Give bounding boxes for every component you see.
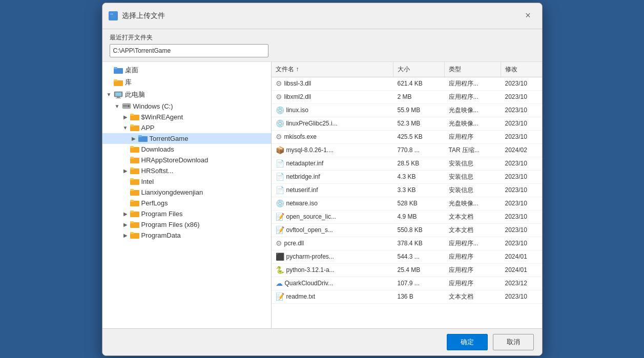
sort-asc-icon: ↑: [296, 66, 299, 73]
file-row[interactable]: 📝 open_source_lic... 4.9 MB 文本文档 2023/10: [272, 210, 542, 224]
folder-icon-hrappstore: [130, 156, 139, 163]
confirm-button[interactable]: 确定: [447, 334, 488, 350]
file-row[interactable]: 📄 netadapter.inf 28.5 KB 安装信息 2023/10: [272, 157, 542, 171]
file-type-icon: ☁: [276, 279, 283, 287]
tree-item-downloads[interactable]: Downloads: [102, 144, 271, 155]
svg-rect-20: [130, 146, 134, 148]
expand-icon-winreagent: ▶: [122, 113, 129, 120]
folder-icon-programfilesx86: [130, 221, 139, 228]
tree-item-app[interactable]: ▼ APP: [102, 122, 271, 133]
file-cell-name: 📝 ovftool_open_s...: [272, 224, 393, 237]
file-cell-size: 378.4 KB: [393, 237, 445, 250]
tree-label-perflogs: PerfLogs: [141, 199, 168, 207]
expand-icon: [106, 67, 113, 74]
file-row[interactable]: ⚙ libssl-3.dll 621.4 KB 应用程序... 2023/10: [272, 77, 542, 91]
tree-item-perflogs[interactable]: PerfLogs: [102, 198, 271, 208]
tree-item-thispc[interactable]: ▼ 此电脑: [102, 89, 271, 101]
file-cell-type: 应用程序: [445, 250, 501, 263]
tree-label-programfilesx86: Program Files (x86): [141, 221, 200, 228]
tree-item-torrentgame[interactable]: ▶ TorrentGame: [102, 133, 271, 144]
tree-label-hrappstore: HRAppStoreDownload: [141, 156, 209, 164]
file-cell-name: 💿 linuxPreGlibc25.i...: [272, 117, 393, 130]
expand-icon-hrsoftst: ▶: [122, 167, 129, 174]
file-row[interactable]: 💿 linuxPreGlibc25.i... 52.3 MB 光盘映像... 2…: [272, 117, 542, 131]
tree-item-desktop[interactable]: 桌面: [102, 64, 271, 76]
file-cell-name: 📄 netbridge.inf: [272, 171, 393, 183]
svg-rect-34: [130, 221, 134, 223]
file-cell-modified: 2023/10: [501, 117, 542, 130]
file-type-icon: 📄: [276, 159, 284, 167]
file-row[interactable]: 🐍 python-3.12.1-a... 25.4 MB 应用程序 2024/0…: [272, 264, 542, 277]
header-name-label: 文件名: [276, 65, 294, 74]
recent-folder-bar: 最近打开文件夹: [102, 29, 542, 62]
file-cell-modified: 2024/01: [501, 264, 542, 277]
tree-item-lianxi[interactable]: Lianxiyongdewenjian: [102, 187, 271, 198]
close-button[interactable]: ×: [521, 8, 536, 24]
recent-path-input[interactable]: [110, 44, 268, 57]
file-cell-modified: 2023/10: [501, 157, 542, 170]
file-cell-modified: 2023/10: [501, 91, 542, 103]
tree-label-app: APP: [141, 124, 155, 132]
file-name: ovftool_open_s...: [286, 226, 333, 234]
file-row[interactable]: 📝 ovftool_open_s... 550.8 KB 文本文档 2023/1…: [272, 224, 542, 237]
file-name: mysql-8.0.26-1....: [286, 146, 334, 154]
tree-item-programdata[interactable]: ▶ ProgramData: [102, 230, 271, 241]
tree-item-windows-c[interactable]: ▼ Windows (C:): [102, 101, 271, 112]
folder-icon-app: [130, 124, 139, 131]
file-row[interactable]: ☁ QuarkCloudDriv... 107.9 ... 应用程序 2023/…: [272, 277, 542, 290]
file-row[interactable]: 📝 readme.txt 136 B 文本文档 2023/10: [272, 290, 542, 304]
tree-item-hrsoftst[interactable]: ▶ HRSoftst...: [102, 165, 271, 176]
header-type[interactable]: 类型: [445, 62, 501, 77]
file-cell-type: 光盘映像...: [445, 117, 501, 130]
file-type-icon: 📝: [276, 213, 284, 221]
expand-icon-programfilesx86: ▶: [122, 221, 129, 228]
tree-item-intel[interactable]: Intel: [102, 176, 271, 187]
file-type-icon: ⬛: [276, 252, 284, 261]
file-row[interactable]: 📦 mysql-8.0.26-1.... 770.8 ... TAR 压缩...…: [272, 144, 542, 157]
folder-icon-lib: [114, 79, 123, 86]
file-type-icon: 💿: [276, 199, 284, 207]
file-cell-name: ⬛ pycharm-profes...: [272, 250, 393, 263]
file-cell-size: 55.9 MB: [393, 104, 445, 117]
cancel-button[interactable]: 取消: [493, 334, 534, 350]
file-row[interactable]: 📄 netuserif.inf 3.3 KB 安装信息 2023/10: [272, 184, 542, 197]
folder-icon-perflogs: [130, 199, 139, 206]
tree-label-windows-c: Windows (C:): [133, 102, 173, 110]
file-name: python-3.12.1-a...: [286, 266, 335, 273]
tree-item-hrappstore[interactable]: HRAppStoreDownload: [102, 155, 271, 165]
expand-icon: [106, 79, 113, 86]
header-modified[interactable]: 修改: [501, 62, 542, 77]
file-row[interactable]: 💿 linux.iso 55.9 MB 光盘映像... 2023/10: [272, 104, 542, 117]
tree-item-programfilesx86[interactable]: ▶ Program Files (x86): [102, 219, 271, 230]
file-cell-size: 4.3 KB: [393, 171, 445, 183]
svg-rect-36: [130, 232, 134, 234]
file-row[interactable]: ⚙ pcre.dll 378.4 KB 应用程序... 2023/10: [272, 237, 542, 250]
file-cell-name: 📝 readme.txt: [272, 290, 393, 303]
file-row[interactable]: ⚙ libxml2.dll 2 MB 应用程序... 2023/10: [272, 91, 542, 104]
file-name: linuxPreGlibc25.i...: [286, 120, 338, 127]
file-cell-modified: 2023/10: [501, 290, 542, 303]
header-name[interactable]: 文件名 ↑: [272, 62, 393, 77]
tree-item-lib[interactable]: 库: [102, 76, 271, 89]
main-content: 桌面 库 ▼: [102, 62, 542, 328]
file-row[interactable]: 📄 netbridge.inf 4.3 KB 安装信息 2023/10: [272, 171, 542, 184]
tree-label-lianxi: Lianxiyongdewenjian: [141, 188, 203, 196]
tree-item-programfiles[interactable]: ▶ Program Files: [102, 208, 271, 219]
file-row[interactable]: ⬛ pycharm-profes... 544.3 ... 应用程序 2024/…: [272, 250, 542, 264]
file-type-icon: 📝: [276, 226, 284, 234]
file-type-icon: ⚙: [276, 79, 282, 88]
expand-icon-downloads: [122, 145, 129, 153]
tree-label-thispc: 此电脑: [125, 90, 145, 99]
svg-rect-9: [116, 98, 121, 98]
file-row[interactable]: ⚙ mkisofs.exe 425.5 KB 应用程序 2023/10: [272, 131, 542, 144]
svg-rect-18: [138, 135, 142, 137]
svg-rect-3: [114, 67, 117, 69]
file-type-icon: 📄: [276, 186, 284, 194]
header-size[interactable]: 大小: [393, 62, 445, 77]
folder-icon-lianxi: [130, 188, 139, 196]
dialog-icon: [109, 11, 118, 20]
file-row[interactable]: 💿 netware.iso 528 KB 光盘映像... 2023/10: [272, 197, 542, 210]
file-type-icon: 📄: [276, 173, 284, 181]
svg-rect-16: [130, 124, 134, 127]
tree-item-winreagent[interactable]: ▶ $WinREAgent: [102, 112, 271, 122]
